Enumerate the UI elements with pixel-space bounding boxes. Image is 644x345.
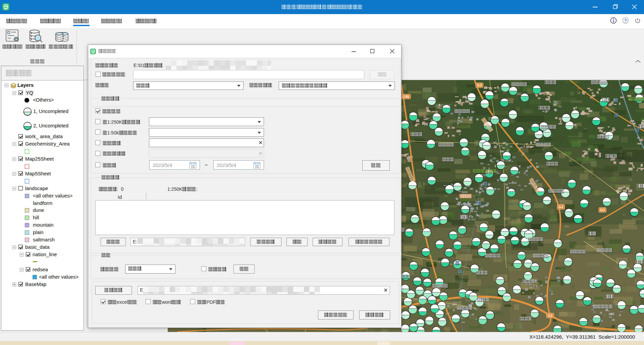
svg-text:15: 15 xyxy=(255,164,259,168)
svg-text:15: 15 xyxy=(191,164,195,168)
svg-text:?: ? xyxy=(624,18,627,23)
